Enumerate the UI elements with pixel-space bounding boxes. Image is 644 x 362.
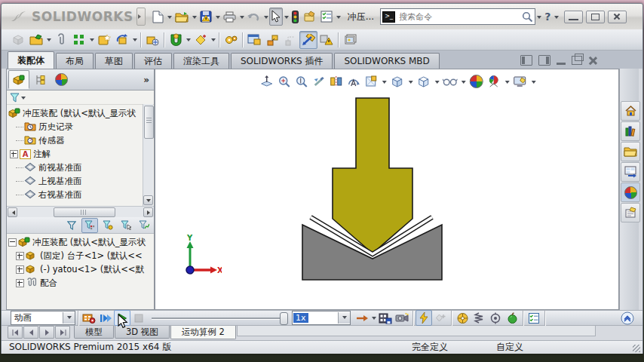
- zoom-to-area-button[interactable]: [277, 74, 292, 89]
- move-component-button[interactable]: [143, 31, 161, 49]
- doc-close-icon[interactable]: [588, 56, 597, 65]
- attachment-button[interactable]: [52, 31, 70, 49]
- hide-show-items-button[interactable]: [443, 74, 458, 89]
- open-button[interactable]: [173, 8, 191, 26]
- study-properties-button[interactable]: [526, 310, 542, 326]
- save-animation-button[interactable]: [377, 310, 394, 326]
- filter-driving-button[interactable]: [100, 218, 116, 233]
- toolbar-mode[interactable]: 自定义: [496, 341, 523, 354]
- tree-item-top-plane[interactable]: 上视基准面: [8, 174, 154, 188]
- timeline-slider-thumb[interactable]: [280, 312, 288, 325]
- apply-scene-button[interactable]: [486, 74, 501, 89]
- appearances-scenes-tab[interactable]: [621, 183, 640, 202]
- tab-solidworks-mbd[interactable]: SOLIDWORKS MBD: [334, 53, 439, 69]
- feature-tree-tab[interactable]: [8, 70, 29, 89]
- help-button[interactable]: ?: [542, 8, 553, 26]
- zoom-in-out-button[interactable]: [294, 74, 309, 89]
- assembly-window-button[interactable]: [245, 31, 263, 49]
- linear-pattern-caret[interactable]: [90, 38, 94, 44]
- panel-expand-button[interactable]: »: [143, 75, 149, 85]
- linear-pattern-button[interactable]: [70, 31, 88, 49]
- interference-detection-button[interactable]: [317, 31, 336, 49]
- stop-button[interactable]: [130, 310, 147, 326]
- tree-item-right-plane[interactable]: 右视基准面: [8, 188, 154, 201]
- damper-button[interactable]: [487, 310, 504, 326]
- prev-tab-button[interactable]: [23, 326, 38, 339]
- rebuild-button[interactable]: [290, 8, 301, 26]
- view-selector-button[interactable]: [363, 74, 379, 89]
- print-caret[interactable]: [240, 16, 244, 21]
- hide-show-caret[interactable]: [462, 81, 466, 86]
- calculate-button[interactable]: [81, 310, 97, 326]
- file-properties-button[interactable]: [318, 8, 335, 26]
- restore-button[interactable]: [586, 11, 605, 23]
- autokey-button[interactable]: [416, 310, 432, 326]
- view-orientation-button[interactable]: [346, 74, 361, 89]
- animation-wizard-button[interactable]: [394, 310, 410, 326]
- undo-caret[interactable]: [264, 16, 268, 21]
- model-3d[interactable]: [288, 92, 474, 292]
- last-tab-button[interactable]: [55, 326, 70, 339]
- display-style-alt-caret[interactable]: [435, 81, 440, 86]
- expand-toggle-icon[interactable]: [16, 252, 24, 260]
- timeline-slider[interactable]: [152, 311, 287, 325]
- motion-study-button[interactable]: [341, 31, 359, 49]
- graphics-viewport[interactable]: Y X: [155, 69, 619, 310]
- tab-render-tools[interactable]: 渲染工具: [173, 53, 229, 69]
- zoom-to-fit-button[interactable]: [259, 74, 274, 89]
- section-view-button[interactable]: [329, 74, 344, 89]
- doc-restore-icon[interactable]: [572, 56, 582, 65]
- smart-fasteners-button[interactable]: [95, 31, 113, 49]
- command-search[interactable]: >_: [380, 8, 535, 25]
- playback-mode-caret[interactable]: [372, 317, 376, 322]
- exploded-view-button[interactable]: [263, 31, 281, 49]
- collapse-right-icon[interactable]: [538, 55, 550, 66]
- tab-motion-study-2[interactable]: 运动算例 2: [170, 326, 236, 339]
- options-button[interactable]: [301, 8, 318, 26]
- previous-view-button[interactable]: [311, 74, 327, 89]
- open-part-caret[interactable]: [47, 38, 51, 44]
- scroll-down-button[interactable]: [143, 195, 153, 205]
- design-library-tab[interactable]: [621, 121, 640, 141]
- file-properties-caret[interactable]: [336, 16, 341, 21]
- filter-funnel-icon[interactable]: [10, 93, 20, 103]
- view-selector-caret[interactable]: [382, 81, 387, 86]
- expand-toggle-icon[interactable]: [10, 150, 18, 158]
- resources-home-tab[interactable]: [621, 101, 640, 121]
- select-caret[interactable]: [284, 16, 289, 21]
- filter-none-button[interactable]: [63, 218, 80, 233]
- display-manager-tab[interactable]: [29, 70, 51, 89]
- tree-item-sensors[interactable]: 传感器: [8, 133, 154, 147]
- motion-item-taizi[interactable]: (固定) 台子<1> (默认<<: [7, 249, 154, 262]
- tab-sketch[interactable]: 草图: [95, 53, 133, 69]
- view-settings-button[interactable]: [513, 74, 528, 89]
- minimize-button[interactable]: [564, 11, 583, 23]
- play-from-start-button[interactable]: [97, 310, 114, 326]
- insert-component-button[interactable]: [9, 31, 27, 49]
- hscrollbar-thumb[interactable]: [54, 207, 115, 217]
- resize-grip-icon[interactable]: [633, 345, 640, 352]
- edit-appearance-button[interactable]: [469, 74, 484, 89]
- motion-item-yatou[interactable]: (-) yatou<1> (默认<<默: [7, 262, 154, 276]
- tree-vertical-scrollbar[interactable]: [143, 104, 153, 206]
- next-tab-button[interactable]: [39, 326, 54, 339]
- open-part-button[interactable]: [27, 31, 45, 49]
- playback-mode-button[interactable]: [354, 310, 370, 326]
- view-settings-caret[interactable]: [532, 81, 536, 86]
- scrollbar-thumb[interactable]: [144, 106, 154, 139]
- collapse-toggle-icon[interactable]: [8, 238, 17, 247]
- appearance-manager-tab[interactable]: [51, 70, 72, 89]
- filter-caret[interactable]: [21, 97, 26, 102]
- save-button[interactable]: [198, 8, 214, 26]
- display-style-caret[interactable]: [409, 81, 413, 86]
- smart-mate-caret[interactable]: [211, 38, 216, 44]
- tab-layout[interactable]: 布局: [56, 53, 94, 69]
- logo-flyout-button[interactable]: [136, 8, 146, 26]
- tab-solidworks-addins[interactable]: SOLIDWORKS 插件: [231, 53, 333, 69]
- custom-properties-tab[interactable]: [621, 203, 640, 222]
- motor-button[interactable]: [454, 310, 471, 326]
- mate-caret[interactable]: [186, 38, 191, 44]
- motion-root-row[interactable]: 冲压装配 (默认<默认_显示状: [7, 235, 154, 249]
- expand-toggle-icon[interactable]: [16, 279, 24, 287]
- assembly-gears-button[interactable]: [222, 31, 240, 49]
